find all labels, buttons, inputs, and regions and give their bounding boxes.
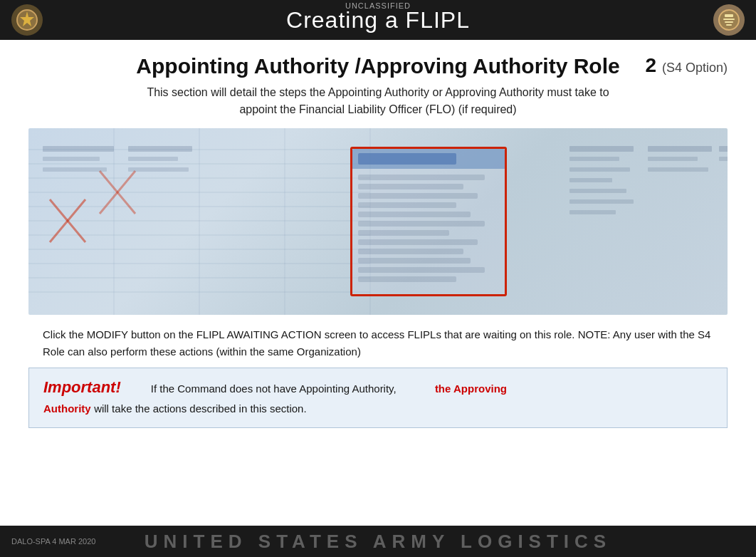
flipl-row (358, 249, 464, 254)
important-line2-end: will take the actions described in this … (94, 402, 306, 415)
important-section: Important! If the Command does not have … (28, 368, 728, 428)
important-red-text-1: the Approving (435, 382, 507, 395)
logo-right (713, 4, 745, 36)
slide-subtitle: This section will detail the steps the A… (147, 84, 609, 118)
flipl-row (358, 221, 485, 227)
svg-rect-4 (723, 19, 735, 20)
important-line1-start: If the Command does not have Appointing … (124, 382, 507, 395)
flipl-row (358, 276, 457, 282)
main-content: Appointing Authority /Approving Authorit… (0, 40, 756, 526)
flipl-row (358, 267, 485, 273)
important-label: Important! (43, 378, 121, 396)
svg-rect-5 (725, 21, 733, 23)
slide-number-sub: (S4 Option) (662, 61, 728, 75)
svg-rect-26 (43, 146, 114, 152)
svg-rect-39 (648, 146, 712, 152)
svg-rect-3 (725, 14, 733, 17)
slide-header: Appointing Authority /Approving Authorit… (28, 54, 728, 78)
svg-rect-40 (648, 157, 698, 161)
flipl-row (358, 258, 471, 264)
description-text: Click the MODIFY button on the FLIPL AWA… (43, 326, 713, 360)
header-bar: UNCLASSIFIED Creating a FLIPL (0, 0, 756, 40)
classification-label: UNCLASSIFIED (345, 1, 411, 10)
svg-rect-33 (569, 157, 619, 161)
svg-line-25 (100, 171, 135, 214)
svg-line-22 (50, 199, 85, 242)
svg-rect-32 (569, 146, 634, 152)
flipl-row (358, 202, 457, 208)
svg-rect-36 (569, 189, 626, 193)
flipl-row (358, 212, 471, 217)
flipl-row (358, 175, 485, 180)
svg-rect-34 (569, 167, 630, 172)
important-red-text-2: Authority (43, 402, 91, 415)
flipl-box-header (352, 149, 505, 169)
svg-rect-35 (569, 178, 612, 182)
important-row2: Authority will take the actions describe… (43, 400, 713, 417)
flipl-row (358, 230, 450, 236)
flipl-highlight-box (350, 147, 507, 296)
important-row1: Important! If the Command does not have … (43, 378, 713, 397)
footer-logo: UNITED STATES ARMY LOGISTICS (145, 531, 611, 553)
footer-bar: DALO-SPA 4 MAR 2020 UNITED STATES ARMY L… (0, 526, 756, 557)
flipl-row (358, 239, 478, 245)
svg-rect-31 (128, 167, 189, 172)
svg-rect-28 (43, 167, 107, 172)
svg-rect-37 (569, 199, 634, 204)
svg-rect-30 (128, 157, 178, 161)
flipl-box-rows (352, 169, 505, 288)
screenshot-area (28, 128, 728, 315)
flipl-box-header-text (358, 153, 457, 165)
svg-line-23 (50, 199, 85, 242)
footer-version: DALO-SPA 4 MAR 2020 (11, 537, 95, 546)
flipl-row (358, 184, 464, 189)
svg-rect-38 (569, 210, 616, 214)
svg-rect-6 (726, 24, 732, 26)
svg-rect-42 (719, 146, 728, 152)
svg-rect-29 (128, 146, 192, 152)
slide-title: Appointing Authority /Approving Authorit… (28, 54, 728, 78)
slide-number: 2 (S4 Option) (646, 54, 728, 77)
description-section: Click the MODIFY button on the FLIPL AWA… (28, 326, 728, 360)
header-title: Creating a FLIPL (286, 7, 470, 33)
page-container: UNCLASSIFIED Creating a FLIPL Appointing… (0, 0, 756, 557)
logo-left (11, 4, 43, 36)
flipl-row (358, 193, 478, 199)
svg-rect-27 (43, 157, 100, 161)
svg-line-24 (100, 171, 135, 214)
svg-rect-41 (648, 167, 708, 172)
svg-rect-43 (719, 157, 728, 161)
